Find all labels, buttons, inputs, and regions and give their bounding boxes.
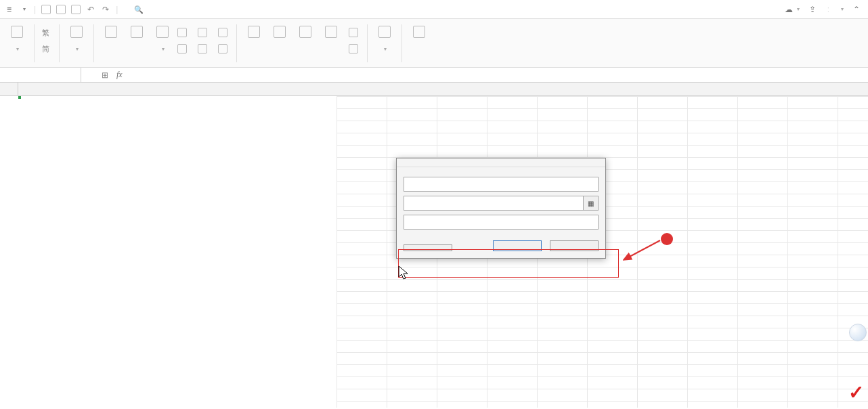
search-button[interactable] <box>134 5 146 14</box>
reset-all-comments-button[interactable] <box>216 42 232 56</box>
ribbon: ▾ 繁 简 ▾ ▾ <box>0 19 868 68</box>
permissions-button[interactable] <box>404 244 452 251</box>
name-box[interactable] <box>0 68 81 82</box>
qat-undo-icon[interactable]: ↶ <box>83 3 98 16</box>
ref-picker-icon[interactable]: ▦ <box>584 196 599 211</box>
formula-bar: ⊞ fx <box>0 68 868 83</box>
edit-comment-button[interactable] <box>124 22 150 43</box>
next-comment-button[interactable] <box>175 42 192 56</box>
trad-to-simp-button[interactable]: 简 <box>39 42 55 56</box>
fx-insert-icon[interactable]: ⊞ <box>102 70 108 80</box>
delete-comment-button[interactable]: ▾ <box>150 22 175 54</box>
app-menu-icon[interactable]: ≡ <box>3 5 16 14</box>
floating-action-button[interactable] <box>849 324 867 341</box>
doc-permission-button[interactable] <box>406 22 432 43</box>
select-all-corner[interactable] <box>0 83 18 95</box>
ok-button[interactable] <box>493 240 542 251</box>
watermark: ✓ <box>846 383 864 402</box>
chevron-up-icon[interactable]: ⌃ <box>853 5 860 14</box>
allow-edit-ranges-button[interactable] <box>347 42 363 56</box>
new-range-dialog: ▦ <box>396 158 606 259</box>
file-menu[interactable]: ▾ <box>16 5 31 14</box>
toggle-comment-button[interactable] <box>196 26 212 39</box>
revision-button[interactable]: ▾ <box>372 22 397 54</box>
password-field[interactable] <box>404 215 599 230</box>
text-process-button[interactable]: ▾ <box>64 22 89 54</box>
new-comment-button[interactable] <box>98 22 124 43</box>
qat-preview-icon[interactable] <box>68 3 83 16</box>
title-field[interactable] <box>404 177 599 192</box>
fx-label: fx <box>116 70 123 80</box>
protect-sheet-button[interactable] <box>267 22 292 43</box>
comment-button[interactable]: ▾ <box>839 6 844 12</box>
cloud-icon <box>785 5 793 14</box>
ref-field[interactable] <box>404 196 584 211</box>
prev-comment-button[interactable] <box>175 26 192 39</box>
active-cell-cursor <box>18 96 21 99</box>
share-button[interactable] <box>809 5 818 14</box>
search-icon <box>134 5 144 14</box>
menu-right: ▾ : ▾ ⌃ <box>785 5 865 14</box>
share-icon <box>809 5 816 14</box>
dialog-title <box>397 158 605 167</box>
spellcheck-button[interactable]: ▾ <box>4 22 30 54</box>
menu-bar: ≡ ▾ | ↶ ↷ | ▾ : ▾ ⌃ <box>0 0 868 19</box>
qat-redo-icon[interactable]: ↷ <box>98 3 113 16</box>
simp-to-trad-button[interactable]: 繁 <box>39 26 55 39</box>
protect-shared-button[interactable] <box>347 26 363 39</box>
protect-workbook-button[interactable] <box>292 22 318 43</box>
show-all-comments-button[interactable] <box>196 42 212 56</box>
lock-cell-button[interactable] <box>241 22 267 43</box>
share-workbook-button[interactable] <box>318 22 344 43</box>
qat-save-icon[interactable] <box>39 3 53 16</box>
reset-current-comment-button[interactable] <box>216 26 232 39</box>
sync-status[interactable]: ▾ <box>785 5 800 14</box>
column-headers[interactable] <box>0 83 868 96</box>
qat-print-icon[interactable] <box>53 3 68 16</box>
caret-down-icon: ▾ <box>23 6 26 12</box>
cancel-button[interactable] <box>550 240 599 251</box>
